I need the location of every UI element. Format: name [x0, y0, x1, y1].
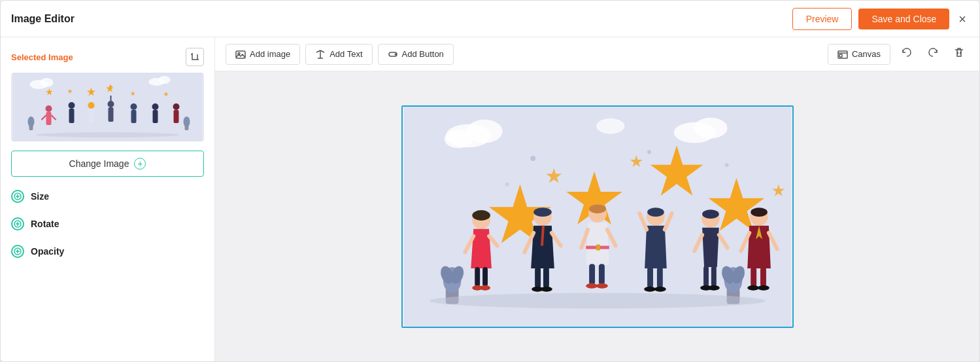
svg-point-21 [131, 103, 137, 110]
redo-icon [927, 46, 939, 58]
toolbar: Add image Add Text [215, 37, 979, 71]
add-button-icon [388, 49, 398, 60]
svg-rect-123 [760, 267, 766, 287]
add-image-icon [235, 49, 246, 60]
svg-point-26 [173, 103, 180, 110]
svg-point-115 [707, 285, 719, 290]
delete-button[interactable] [949, 44, 969, 64]
svg-point-101 [647, 208, 664, 217]
image-editor-modal: Image Editor Preview Save and Close × Se… [0, 0, 980, 362]
svg-point-8 [46, 105, 52, 112]
add-image-button[interactable]: Add image [226, 44, 300, 65]
canvas-image[interactable] [401, 105, 794, 328]
delete-icon [953, 46, 965, 58]
toolbar-right: Canvas [828, 44, 969, 65]
svg-point-63 [647, 150, 651, 154]
svg-rect-27 [174, 110, 179, 123]
svg-point-106 [644, 286, 656, 291]
svg-point-109 [702, 209, 719, 219]
opacity-property[interactable]: Opacity [11, 245, 204, 258]
opacity-toggle-icon [11, 245, 24, 258]
rotate-label: Rotate [31, 219, 59, 229]
svg-point-91 [589, 204, 606, 213]
save-and-close-button[interactable]: Save and Close [858, 9, 949, 29]
svg-point-80 [480, 285, 490, 290]
opacity-label: Opacity [31, 246, 64, 257]
add-button-button[interactable]: Add Button [378, 44, 454, 65]
change-image-button[interactable]: Change Image + [11, 151, 204, 177]
svg-rect-104 [647, 267, 653, 288]
svg-rect-22 [131, 110, 137, 123]
selected-image-label: Selected Image [11, 52, 73, 62]
svg-point-136 [430, 293, 766, 308]
svg-rect-43 [236, 51, 245, 58]
svg-rect-113 [711, 266, 716, 287]
size-toggle-icon [11, 190, 24, 203]
svg-point-61 [596, 118, 624, 134]
undo-icon [901, 46, 913, 58]
modal-title: Image Editor [11, 13, 75, 25]
svg-point-49 [394, 53, 396, 55]
svg-point-12 [69, 102, 75, 109]
svg-point-58 [444, 130, 472, 148]
svg-point-60 [694, 117, 727, 138]
redo-button[interactable] [923, 44, 943, 64]
plus-circle-icon: + [134, 158, 146, 170]
canvas-icon [837, 49, 848, 60]
svg-point-32 [184, 117, 190, 127]
svg-rect-105 [656, 267, 662, 288]
svg-point-99 [596, 283, 608, 288]
svg-point-2 [41, 78, 54, 87]
svg-line-46 [316, 50, 320, 52]
svg-rect-112 [703, 266, 709, 287]
svg-point-62 [530, 156, 535, 161]
svg-rect-86 [535, 267, 541, 288]
size-label: Size [31, 191, 49, 202]
image-thumbnail [11, 73, 204, 141]
canvas-area [215, 71, 979, 361]
svg-point-65 [505, 182, 509, 186]
svg-point-125 [758, 285, 769, 290]
rotate-property[interactable]: Rotate [11, 217, 204, 230]
modal-body: Selected Image [1, 37, 979, 361]
change-image-label: Change Image [69, 158, 129, 169]
svg-rect-97 [598, 264, 604, 285]
svg-rect-52 [839, 54, 842, 57]
selected-image-section: Selected Image [11, 48, 204, 66]
svg-point-124 [747, 285, 759, 290]
rotate-toggle-icon [11, 217, 24, 230]
preview-button[interactable]: Preview [792, 8, 853, 30]
svg-point-82 [533, 208, 552, 217]
svg-line-47 [320, 50, 324, 52]
svg-point-74 [472, 210, 490, 221]
sidebar: Selected Image [1, 37, 215, 361]
svg-point-89 [541, 286, 552, 291]
close-button[interactable]: × [956, 10, 969, 28]
modal-header: Image Editor Preview Save and Close × [1, 1, 979, 37]
undo-button[interactable] [897, 44, 917, 64]
svg-rect-77 [475, 267, 480, 287]
crop-button[interactable] [186, 48, 204, 66]
svg-rect-25 [153, 110, 158, 123]
svg-point-98 [586, 283, 598, 288]
toolbar-left: Add image Add Text [226, 44, 454, 65]
svg-rect-9 [46, 112, 52, 125]
svg-point-117 [751, 208, 768, 217]
svg-point-107 [654, 286, 666, 291]
svg-point-33 [36, 132, 180, 137]
header-actions: Preview Save and Close × [792, 8, 969, 30]
svg-rect-13 [69, 109, 75, 123]
svg-point-4 [159, 76, 171, 84]
svg-rect-122 [751, 267, 756, 287]
editor-area: Add image Add Text [215, 37, 979, 361]
svg-rect-93 [596, 244, 600, 250]
svg-rect-87 [543, 267, 549, 288]
svg-rect-18 [109, 107, 114, 122]
add-text-button[interactable]: Add Text [305, 44, 372, 65]
size-property[interactable]: Size [11, 190, 204, 203]
svg-point-30 [28, 117, 35, 127]
add-text-icon [315, 49, 326, 60]
svg-point-64 [724, 162, 728, 166]
canvas-button[interactable]: Canvas [828, 44, 890, 65]
svg-rect-96 [589, 264, 595, 285]
